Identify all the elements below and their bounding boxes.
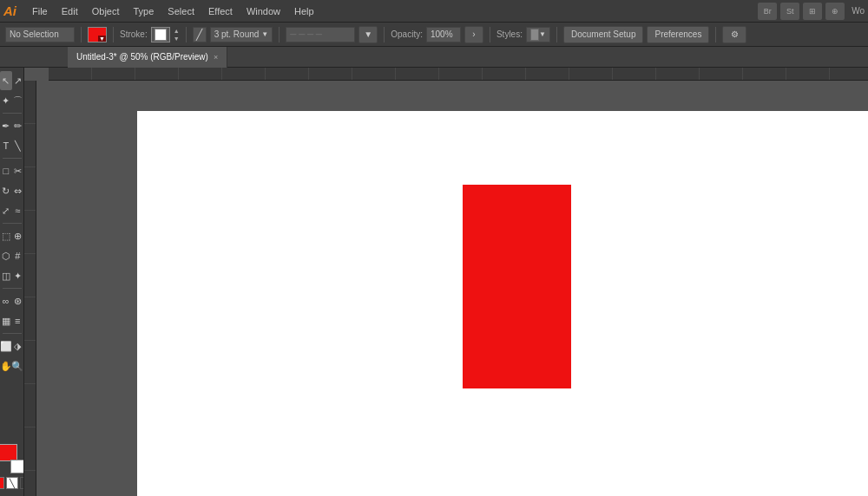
- selection-tools: ↖ ↗: [0, 71, 23, 90]
- stroke-color-swatch[interactable]: [151, 27, 170, 42]
- perspective-tools: ⬡ #: [0, 246, 23, 265]
- menu-select[interactable]: Select: [161, 4, 201, 18]
- column-graph-tool[interactable]: ▦: [0, 311, 12, 330]
- fg-bg-color-selector: [0, 444, 24, 473]
- pen-tools: ✒ ✏: [0, 116, 23, 135]
- tool-sep-2: [3, 158, 22, 159]
- document-tab[interactable]: Untitled-3* @ 50% (RGB/Preview) ×: [68, 47, 227, 68]
- slice-tool[interactable]: ⬗: [12, 336, 24, 356]
- separator-1: [81, 27, 82, 42]
- opacity-label: Opacity:: [391, 29, 423, 39]
- scissors-tool[interactable]: ✂: [12, 161, 24, 180]
- menu-file[interactable]: File: [25, 4, 55, 18]
- background-color[interactable]: [10, 460, 25, 473]
- gradient-tool[interactable]: ◫: [0, 266, 12, 285]
- document-setup-button[interactable]: Document Setup: [563, 26, 644, 43]
- shape-builder-tool[interactable]: ⊕: [12, 226, 24, 245]
- menu-type[interactable]: Type: [127, 4, 161, 18]
- opacity-more-btn[interactable]: ›: [464, 26, 483, 43]
- reflect-tool[interactable]: ⇔: [12, 181, 24, 200]
- shape-tools: □ ✂: [0, 161, 23, 180]
- type-tool[interactable]: T: [0, 136, 12, 155]
- free-transform-tool[interactable]: ⬚: [0, 226, 12, 245]
- app-logo: Ai: [3, 3, 16, 18]
- stroke-indicator[interactable]: ╲: [6, 477, 18, 489]
- stock-icon[interactable]: St: [780, 3, 799, 20]
- eyedropper-tool[interactable]: ✦: [12, 266, 24, 285]
- separator-6: [490, 27, 490, 42]
- fill-color-swatch[interactable]: ▼: [88, 27, 107, 42]
- gradient-tools: ◫ ✦: [0, 266, 23, 285]
- stroke-label: Stroke:: [120, 29, 148, 39]
- bridge-icon[interactable]: Br: [758, 3, 777, 20]
- zoom-tool[interactable]: 🔍: [12, 356, 24, 375]
- blend-tools: ∞ ⊛: [0, 291, 23, 310]
- tool-sep-5: [3, 333, 22, 334]
- wand-tools: ✦ ⌒: [0, 91, 23, 110]
- tool-sep-4: [3, 288, 22, 289]
- direct-selection-tool[interactable]: ↗: [12, 71, 24, 90]
- tab-bar: Untitled-3* @ 50% (RGB/Preview) ×: [0, 47, 868, 68]
- selection-tool[interactable]: ↖: [0, 71, 12, 90]
- hand-tool[interactable]: ✋: [0, 356, 12, 375]
- stroke-stepper[interactable]: ▲▼: [174, 27, 180, 42]
- artboard-tools: ⬜ ⬗: [0, 336, 23, 356]
- separator-3: [186, 27, 187, 42]
- scale-tools: ⤢ ≈: [0, 201, 23, 220]
- separator-8: [715, 27, 716, 42]
- canvas-area[interactable]: [24, 68, 868, 496]
- menu-edit[interactable]: Edit: [55, 4, 85, 18]
- fill-indicator[interactable]: [0, 477, 4, 489]
- mesh-tool[interactable]: #: [12, 246, 24, 265]
- tab-title: Untitled-3* @ 50% (RGB/Preview): [76, 52, 208, 62]
- lasso-tool[interactable]: ⌒: [12, 91, 24, 110]
- red-rectangle[interactable]: [463, 185, 571, 388]
- warp-tool[interactable]: ≈: [12, 201, 24, 220]
- brush-preview[interactable]: ╱: [193, 27, 207, 42]
- menu-window[interactable]: Window: [240, 4, 287, 18]
- transform-tools: ↻ ⇔: [0, 181, 23, 200]
- magic-wand-tool[interactable]: ✦: [0, 91, 12, 110]
- selection-indicator: No Selection: [5, 27, 75, 42]
- free-transform-tools: ⬚ ⊕: [0, 226, 23, 245]
- vertical-ruler: [24, 81, 36, 496]
- rotate-tool[interactable]: ↻: [0, 181, 12, 200]
- bar-graph-tool[interactable]: ≡: [12, 311, 24, 330]
- opacity-value[interactable]: 100%: [426, 27, 461, 42]
- line-tool[interactable]: ╲: [12, 136, 24, 155]
- tab-close-button[interactable]: ×: [214, 53, 218, 62]
- menu-help[interactable]: Help: [287, 4, 321, 18]
- workspace-grid-icon[interactable]: ⊞: [803, 3, 822, 20]
- menu-right-icons: Br St ⊞ ⊕ Wo: [758, 3, 865, 20]
- view-tools: ✋ 🔍: [0, 356, 23, 375]
- blend-tool[interactable]: ∞: [0, 291, 12, 310]
- graph-tools: ▦ ≡: [0, 311, 23, 330]
- menu-effect[interactable]: Effect: [201, 4, 240, 18]
- perspective-tool[interactable]: ⬡: [0, 246, 12, 265]
- toolbar: ↖ ↗ ✦ ⌒ ✒ ✏ T ╲ □ ✂ ↻ ⇔ ⤢ ≈ ⬚: [0, 68, 24, 496]
- preferences-button[interactable]: Preferences: [647, 26, 709, 43]
- tool-sep-1: [3, 113, 22, 114]
- variable-width-btn[interactable]: ▼: [358, 26, 378, 43]
- scale-tool[interactable]: ⤢: [0, 201, 12, 220]
- workspace-label: Wo: [852, 6, 865, 16]
- rectangle-tool[interactable]: □: [0, 161, 12, 180]
- stroke-fill-row: ╲ ⊘: [0, 477, 24, 489]
- separator-2: [113, 27, 114, 42]
- search-icon[interactable]: ⊕: [825, 3, 845, 20]
- styles-dropdown[interactable]: ▼: [526, 27, 550, 42]
- add-anchor-tool[interactable]: ✏: [12, 116, 24, 135]
- arrange-icon[interactable]: ⚙: [722, 26, 746, 43]
- tool-sep-3: [3, 223, 22, 224]
- brush-dropdown[interactable]: 3 pt. Round ▼: [210, 27, 273, 42]
- variable-width-field: ─ ─ ─ ─: [286, 27, 355, 42]
- artboard-tool[interactable]: ⬜: [0, 336, 12, 356]
- type-tools: T ╲: [0, 136, 23, 155]
- menu-object[interactable]: Object: [85, 4, 127, 18]
- separator-7: [556, 27, 557, 42]
- menu-bar: Ai File Edit Object Type Select Effect W…: [0, 0, 868, 23]
- symbol-tool[interactable]: ⊛: [12, 291, 24, 310]
- pen-tool[interactable]: ✒: [0, 116, 12, 135]
- color-swatches: ╲ ⊘: [0, 439, 24, 493]
- foreground-color[interactable]: [0, 444, 17, 461]
